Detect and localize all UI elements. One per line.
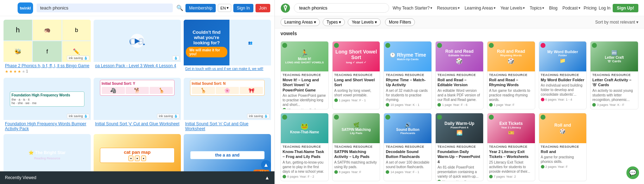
filter-more-filters[interactable]: More Filters bbox=[385, 18, 415, 26]
resource-thumbnail: 🐸 Know-That-Name bbox=[281, 113, 328, 143]
resource-badge bbox=[334, 43, 339, 48]
list-item[interactable]: oa ▶ 💧 oa Lesson Pack - Level 3 Week 4 L… bbox=[94, 20, 181, 75]
resource-meta: 3 pages Year: K - F bbox=[592, 103, 636, 107]
resource-description: A set of over 100 decodable sound button… bbox=[386, 160, 430, 169]
nav-why-teach-starter[interactable]: Why Teach Starter? bbox=[393, 6, 432, 11]
resource-title: Letter Craft Activity – 'B' Cards bbox=[592, 77, 636, 88]
resource-type: TEACHING RESOURCE bbox=[386, 73, 430, 77]
resource-body: TEACHING RESOURCE Roll and A game for pr… bbox=[539, 143, 587, 170]
list-item[interactable]: Daily Warm-Up PowerPoint 4 🌅 TEACHING RE… bbox=[435, 113, 484, 181]
resource-meta: 15 pages Year: F - 2 bbox=[283, 108, 327, 109]
resource-thumbnail: My Word Builder Folder 📁 bbox=[539, 42, 587, 71]
resource-thumbnail: 🕐 Rhyme Time Match-Up Cards bbox=[384, 42, 431, 71]
card-title[interactable]: Foundation High Frequency Words Bumper A… bbox=[4, 120, 91, 131]
list-item[interactable]: 🌿 SATPIN Matching Lily Pads TEACHING RES… bbox=[332, 113, 380, 181]
chat-icon[interactable]: 💬 bbox=[626, 166, 639, 179]
nav-podcast[interactable]: Podcast bbox=[562, 6, 580, 11]
resource-badge bbox=[592, 43, 597, 48]
list-item[interactable]: Couldn't find what you're looking for? W… bbox=[184, 20, 271, 75]
resource-year: Year: F bbox=[558, 165, 568, 169]
resource-description: A fun, getting-to-know-you game to play … bbox=[283, 160, 327, 174]
list-item[interactable]: Initial Sound Sort: Y 🦓 🐕 🦒 ink saving 💧… bbox=[94, 78, 181, 131]
signup-button[interactable]: Sign Up! bbox=[613, 4, 638, 12]
membership-button[interactable]: Membership bbox=[185, 4, 216, 12]
nav-learning-areas[interactable]: Learning Areas bbox=[465, 6, 495, 11]
resource-year: Year: K - 1 bbox=[404, 103, 419, 107]
resource-type: TEACHING RESOURCE bbox=[489, 73, 533, 77]
play-button[interactable]: ▶ bbox=[130, 34, 144, 48]
list-item[interactable]: Foundation High Frequency Words the · a … bbox=[4, 78, 91, 131]
list-item[interactable]: h 🦔 b 🐝 f ✏️ ink saving 💧 Phase 2 Phonic… bbox=[4, 20, 91, 75]
resource-meta: 1 page Year: F bbox=[489, 103, 533, 107]
list-item[interactable]: 🏃 Move It! LONG AND SHORT VOWELS TEACHIN… bbox=[280, 41, 329, 109]
resource-badge bbox=[282, 115, 287, 120]
filter-learning-areas[interactable]: Learning Areas ▾ bbox=[280, 18, 320, 26]
resource-type: TEACHING RESOURCE bbox=[489, 145, 533, 148]
nav-year-levels[interactable]: Year Levels bbox=[500, 6, 525, 11]
card-cta-link[interactable]: Get in touch with us and if we can make … bbox=[184, 65, 271, 71]
resource-meta: 1 page Year: F - 6 bbox=[437, 103, 481, 107]
meta-indicator bbox=[592, 103, 596, 107]
resource-pages: 6 pages bbox=[545, 98, 557, 101]
resource-body: TEACHING RESOURCE Year 2 Literacy Exit T… bbox=[487, 143, 535, 180]
pricing-link[interactable]: Pricing bbox=[584, 6, 597, 11]
resource-description: A fun game for students to practice read… bbox=[489, 88, 533, 102]
star-5: ★ bbox=[22, 69, 25, 74]
sign-in-button[interactable]: Sign In bbox=[233, 4, 253, 12]
card-thumbnail: ⭐ The Bright Star Reading Resource bbox=[4, 134, 91, 176]
left-resource-grid: h 🦔 b 🐝 f ✏️ ink saving 💧 Phase 2 Phonic… bbox=[0, 16, 274, 184]
nav-topics[interactable]: Topics bbox=[530, 6, 544, 11]
search-icon[interactable]: 🔍 bbox=[176, 5, 183, 11]
card-title[interactable]: Initial Sound Sort 'y' Cut and Glue Work… bbox=[94, 120, 181, 126]
meta-indicator bbox=[386, 103, 389, 107]
resource-badge bbox=[541, 115, 545, 120]
resource-title: Decodable Sound Button Flashcards bbox=[386, 149, 430, 159]
list-item[interactable]: 🔤 Letter Craft 'B' Cards TEACHING RESOUR… bbox=[590, 41, 638, 109]
scroll-top-button[interactable]: ▲ bbox=[261, 160, 271, 170]
login-link[interactable]: Log In bbox=[599, 6, 610, 11]
card-thumbnail: the a as and ❓ Help bbox=[184, 134, 271, 176]
join-button[interactable]: Join bbox=[255, 4, 270, 12]
resource-badge bbox=[385, 43, 390, 48]
card-thumbnail: h 🦔 b 🐝 f ✏️ ink saving 💧 bbox=[4, 20, 91, 62]
list-item[interactable]: My Word Builder Folder 📁 TEACHING RESOUR… bbox=[539, 41, 587, 109]
card-thumbnail: oa ▶ 💧 bbox=[94, 20, 181, 62]
left-search-input[interactable] bbox=[37, 4, 173, 12]
language-button[interactable]: EN ▾ bbox=[218, 4, 231, 12]
right-nav: Why Teach Starter? Resources Learning Ar… bbox=[393, 6, 580, 11]
resource-pages: 81 pages bbox=[442, 180, 455, 181]
card-title[interactable]: Initial Sound Sort 'n' Cut and Glue Work… bbox=[184, 120, 271, 131]
resource-thumbnail: Roll and 🎲 bbox=[539, 113, 587, 143]
meta-indicator bbox=[489, 103, 493, 107]
resource-body: TEACHING RESOURCE My Word Builder Folder… bbox=[539, 71, 587, 103]
star-2: ★ bbox=[9, 69, 13, 74]
resource-year: Year: F - 1 bbox=[351, 99, 366, 102]
resource-thumbnail: 🔤 Letter Craft 'B' Cards bbox=[591, 42, 638, 71]
nav-resources[interactable]: Resources bbox=[437, 6, 460, 11]
card-title[interactable]: oa Lesson Pack - Level 3 Week 4 Lesson 4 bbox=[94, 62, 181, 68]
nav-blog[interactable]: Blog bbox=[549, 6, 557, 11]
hamburger-menu[interactable] bbox=[4, 3, 14, 13]
resource-title: Know-That-Name Task – Frog and Lily Pads bbox=[283, 149, 327, 159]
sort-dropdown[interactable]: Sort by most relevant ▾ bbox=[595, 20, 638, 25]
list-item[interactable]: 🕐 Rhyme Time Match-Up Cards TEACHING RES… bbox=[384, 41, 432, 109]
list-item[interactable]: Exit Tickets Year 2 Literacy 🎫 TEACHING … bbox=[487, 113, 535, 181]
recently-viewed-bar[interactable]: Recently Viewed ▲ bbox=[0, 171, 274, 184]
list-item[interactable]: Initial Sound Sort: N 🦒 🌸 🎀 ink saving 💧… bbox=[184, 78, 271, 131]
list-item[interactable]: Roll and Read Rhyming Words 🎲 TEACHING R… bbox=[487, 41, 535, 109]
cta-heading: Couldn't find what you're looking for? bbox=[186, 28, 227, 47]
resource-meta: 8 pages Year: F bbox=[334, 170, 378, 174]
resource-description: A game for practising phonics skills. bbox=[541, 155, 585, 164]
list-item[interactable]: 🔊 Sound Button Flashcards TEACHING RESOU… bbox=[384, 113, 432, 181]
card-title[interactable]: Phase 2 Phonics h, b f, ff, l, ll ss Bin… bbox=[4, 62, 91, 68]
section-heading: vowels bbox=[275, 28, 644, 38]
list-item[interactable]: Long Short Vowel Sort long ✓ short ✓ TEA… bbox=[332, 41, 380, 109]
list-item[interactable]: Roll and Read Editable Version 🎲 TEACHIN… bbox=[435, 41, 484, 109]
svg-point-1 bbox=[285, 5, 286, 6]
list-item[interactable]: 🐸 Know-That-Name TEACHING RESOURCE Know-… bbox=[280, 113, 329, 181]
filter-year-levels[interactable]: Year Levels ▾ bbox=[348, 18, 381, 26]
filter-types[interactable]: Types ▾ bbox=[323, 18, 345, 26]
list-item[interactable]: Roll and 🎲 TEACHING RESOURCE Roll and A … bbox=[539, 113, 587, 181]
left-logo[interactable]: twinkl bbox=[18, 2, 33, 14]
right-search-input[interactable] bbox=[294, 3, 389, 13]
